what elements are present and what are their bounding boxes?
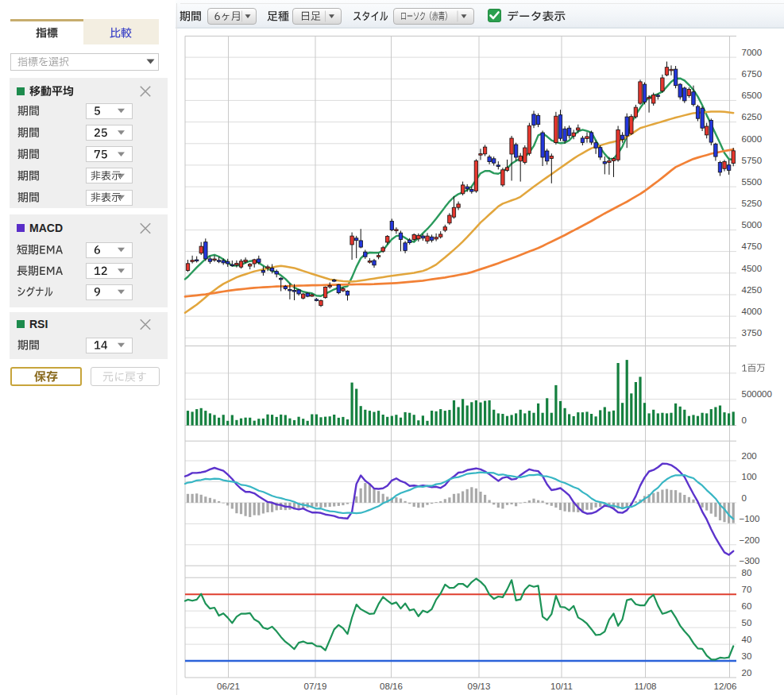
svg-text:3750: 3750 <box>742 328 763 338</box>
svg-text:5250: 5250 <box>742 199 763 208</box>
svg-text:4500: 4500 <box>742 264 763 273</box>
svg-text:09/13: 09/13 <box>468 682 491 691</box>
svg-text:50: 50 <box>742 618 752 628</box>
svg-text:4750: 4750 <box>742 241 763 251</box>
svg-text:0: 0 <box>742 493 747 503</box>
svg-text:30: 30 <box>742 651 752 661</box>
svg-text:10/11: 10/11 <box>550 682 573 691</box>
svg-text:07/19: 07/19 <box>304 682 327 691</box>
svg-text:4250: 4250 <box>742 285 763 295</box>
svg-text:200: 200 <box>742 451 757 461</box>
svg-text:100: 100 <box>742 472 757 481</box>
svg-text:500000: 500000 <box>742 389 772 399</box>
svg-text:08/16: 08/16 <box>380 682 403 691</box>
svg-text:06/21: 06/21 <box>217 682 240 691</box>
svg-text:5000: 5000 <box>742 220 763 230</box>
svg-text:80: 80 <box>742 568 752 577</box>
svg-text:6750: 6750 <box>742 69 763 79</box>
svg-text:−300: −300 <box>740 556 760 566</box>
svg-text:70: 70 <box>742 585 752 594</box>
svg-text:6250: 6250 <box>742 112 763 122</box>
svg-text:6500: 6500 <box>742 91 763 100</box>
svg-text:6000: 6000 <box>742 134 763 144</box>
svg-text:5500: 5500 <box>742 177 763 187</box>
svg-text:4000: 4000 <box>742 307 763 316</box>
svg-text:40: 40 <box>742 635 752 644</box>
svg-text:−200: −200 <box>740 535 760 545</box>
svg-text:−100: −100 <box>740 514 760 523</box>
svg-text:12/06: 12/06 <box>714 682 737 691</box>
svg-text:20: 20 <box>742 668 752 678</box>
svg-text:0: 0 <box>742 415 747 425</box>
svg-text:7000: 7000 <box>742 48 763 57</box>
svg-text:11/08: 11/08 <box>635 682 657 691</box>
svg-text:5750: 5750 <box>742 156 763 165</box>
svg-text:60: 60 <box>742 601 752 611</box>
